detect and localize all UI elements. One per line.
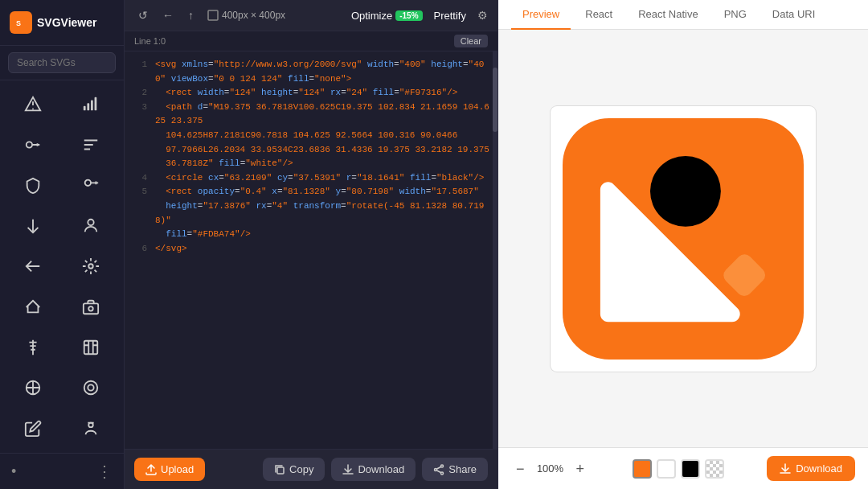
sidebar-icon-shield2[interactable] <box>5 368 61 407</box>
sidebar-search-container <box>0 46 124 80</box>
code-line-5: 5 <rect opacity="0.4" x="81.1328" y="80.… <box>125 185 497 199</box>
preview-canvas <box>551 106 816 372</box>
app-logo: S <box>10 11 32 34</box>
download-editor-button[interactable]: Download <box>331 458 416 481</box>
svg-point-12 <box>88 306 93 311</box>
svg-point-2 <box>32 109 34 110</box>
sidebar-icon-home[interactable] <box>5 288 61 327</box>
back-icon[interactable]: ← <box>158 6 178 24</box>
sidebar-icon-gear[interactable] <box>63 247 119 286</box>
tab-react-native[interactable]: React Native <box>627 0 709 30</box>
optimize-button[interactable]: Optimize -15% <box>351 10 423 22</box>
optimize-badge: -15% <box>395 10 422 21</box>
svg-point-8 <box>85 179 91 185</box>
tab-preview[interactable]: Preview <box>511 0 571 30</box>
svg-point-10 <box>88 265 93 269</box>
size-label: 400px × 400px <box>207 10 285 21</box>
prettify-button[interactable]: Prettify <box>429 7 471 24</box>
app-name: SVGViewer <box>37 16 96 29</box>
sidebar-icon-signal[interactable] <box>63 85 119 124</box>
swatch-checker[interactable] <box>705 459 724 479</box>
code-line-3: 3 <path d="M19.375 36.7818V100.625C19.37… <box>125 101 497 129</box>
svg-rect-3 <box>84 106 86 111</box>
share-button[interactable]: Share <box>422 458 488 481</box>
svg-preview <box>563 118 804 360</box>
sidebar-icon-tower[interactable] <box>5 328 61 367</box>
sidebar-icon-camera[interactable] <box>63 288 119 327</box>
sidebar-icon-worker[interactable] <box>63 409 119 448</box>
zoom-controls: − 100% + <box>511 460 589 478</box>
forward-icon[interactable]: ↑ <box>184 6 198 24</box>
svg-rect-11 <box>84 303 98 314</box>
sidebar-icon-gate[interactable] <box>63 328 119 367</box>
tab-react[interactable]: React <box>574 0 624 30</box>
code-line-1: 1 <svg xmlns="http://www.w3.org/2000/svg… <box>125 58 497 86</box>
swatch-orange[interactable] <box>633 459 652 479</box>
svg-point-9 <box>88 220 93 225</box>
code-line-3c: 97.7966L26.2034 33.9534C23.6836 31.4336 … <box>125 143 497 158</box>
code-line-5c: fill="#FDBA74"/> <box>125 228 497 242</box>
sidebar-icon-edit[interactable] <box>5 409 61 448</box>
svg-point-22 <box>435 468 437 471</box>
sidebar-icon-person[interactable] <box>63 207 119 245</box>
svg-point-15 <box>84 381 98 395</box>
scrollbar-track <box>493 51 497 449</box>
editor-toolbar: ↺ ← ↑ 400px × 400px Optimize -15% Pretti… <box>125 0 497 31</box>
upload-button[interactable]: Upload <box>134 458 205 481</box>
svg-text:S: S <box>16 19 21 27</box>
footer-dots[interactable]: • <box>11 463 16 480</box>
sidebar-icon-key2[interactable] <box>63 166 119 205</box>
zoom-value: 100% <box>536 462 565 475</box>
sidebar-icons-grid <box>0 80 124 453</box>
preview-panel: Preview React React Native PNG Data URI … <box>498 0 868 489</box>
svg-rect-18 <box>208 10 218 20</box>
svg-rect-5 <box>91 101 93 111</box>
code-line-2: 2 <rect width="124" height="124" rx="24"… <box>125 86 497 101</box>
download-preview-button[interactable]: Download <box>767 456 855 481</box>
preview-tabs: Preview React React Native PNG Data URI <box>498 0 868 30</box>
sidebar-header: S SVGViewer <box>0 0 124 46</box>
scrollbar-thumb[interactable] <box>493 68 497 132</box>
zoom-in-button[interactable]: + <box>571 460 590 478</box>
zoom-out-button[interactable]: − <box>511 460 530 478</box>
settings-icon[interactable]: ⚙ <box>477 9 488 22</box>
svg-rect-4 <box>87 103 89 110</box>
editor-line-info: Line 1:0 Clear <box>125 31 497 51</box>
preview-content <box>498 30 868 447</box>
code-line-3b: 104.625H87.2181C90.7818 104.625 92.5664 … <box>125 129 497 143</box>
footer-menu-icon[interactable]: ⋮ <box>96 462 113 481</box>
swatch-white[interactable] <box>657 459 676 479</box>
clear-button[interactable]: Clear <box>454 35 488 47</box>
sidebar-icon-shield[interactable] <box>5 166 61 205</box>
svg-point-7 <box>27 142 32 148</box>
svg-rect-19 <box>277 467 284 474</box>
svg-point-21 <box>441 472 444 475</box>
svg-point-24 <box>650 155 721 226</box>
tab-data-uri[interactable]: Data URI <box>761 0 826 30</box>
search-input[interactable] <box>8 52 116 73</box>
code-line-4: 4 <circle cx="63.2109" cy="37.5391" r="1… <box>125 171 497 186</box>
code-line-6: 6 </svg> <box>125 242 497 257</box>
sidebar-icon-arrow-down[interactable] <box>5 207 61 245</box>
svg-rect-23 <box>563 118 804 360</box>
svg-rect-13 <box>84 341 98 355</box>
sidebar-icon-warning[interactable] <box>5 85 61 124</box>
color-swatches <box>633 459 724 479</box>
code-editor[interactable]: 1 <svg xmlns="http://www.w3.org/2000/svg… <box>125 51 497 449</box>
sidebar: S SVGViewer <box>0 0 125 489</box>
svg-rect-6 <box>95 97 97 110</box>
tab-png[interactable]: PNG <box>713 0 758 30</box>
copy-button[interactable]: Copy <box>263 458 325 481</box>
sidebar-icon-target[interactable] <box>63 368 119 407</box>
refresh-icon[interactable]: ↺ <box>134 6 152 24</box>
editor-bottom-bar: Upload Copy Download Share <box>125 449 497 489</box>
svg-point-16 <box>88 385 93 391</box>
swatch-black[interactable] <box>681 459 700 479</box>
editor-panel: ↺ ← ↑ 400px × 400px Optimize -15% Pretti… <box>125 0 498 489</box>
sidebar-icon-arrow-left[interactable] <box>5 247 61 286</box>
code-line-3d: 36.7818Z" fill="white"/> <box>125 157 497 171</box>
preview-bottom-bar: − 100% + Download <box>498 447 868 489</box>
sidebar-icon-key[interactable] <box>5 125 61 164</box>
sidebar-icon-text[interactable] <box>63 125 119 164</box>
code-line-5b: height="17.3876" rx="4" transform="rotat… <box>125 199 497 228</box>
